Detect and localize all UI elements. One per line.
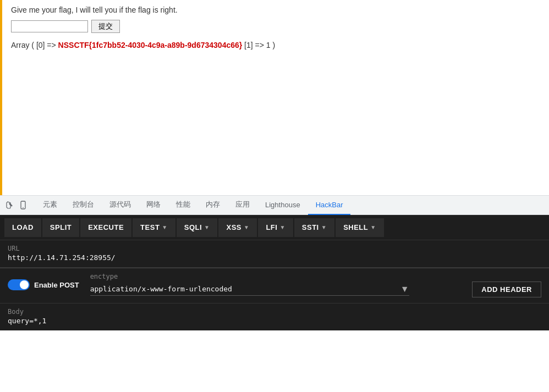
hackbar-body-section: Body query=*,1 [0, 303, 549, 330]
tab-console[interactable]: 控制台 [65, 195, 102, 215]
lfi-arrow-icon: ▼ [279, 224, 285, 230]
enctype-select-wrapper[interactable]: application/x-www-form-urlencoded ▼ [90, 283, 409, 296]
svg-point-1 [23, 207, 24, 208]
tab-lighthouse[interactable]: Lighthouse [257, 195, 308, 215]
test-arrow-icon: ▼ [162, 224, 167, 230]
devtools-icon-mobile[interactable] [18, 200, 29, 211]
tab-memory[interactable]: 内存 [198, 195, 228, 215]
shell-arrow-icon: ▼ [370, 224, 376, 230]
body-value[interactable]: query=*,1 [8, 317, 541, 325]
tab-elements[interactable]: 元素 [35, 195, 65, 215]
hackbar-xss-button[interactable]: XSS ▼ [218, 218, 257, 237]
hackbar-toolbar: LOAD SPLIT EXECUTE TEST ▼ SQLI ▼ XSS ▼ L… [0, 215, 549, 240]
hackbar-load-button[interactable]: LOAD [4, 218, 41, 237]
devtools-tabbar: 元素 控制台 源代码 网络 性能 内存 应用 Lighthouse HackBa… [0, 195, 549, 215]
hackbar-post-section: Enable POST enctype application/x-www-fo… [0, 268, 549, 303]
page-content: Give me your flag, I will tell you if th… [0, 0, 549, 195]
tab-application[interactable]: 应用 [228, 195, 257, 215]
tab-network[interactable]: 网络 [139, 195, 168, 215]
xss-arrow-icon: ▼ [244, 224, 249, 230]
hackbar-split-button[interactable]: SPLIT [42, 218, 79, 237]
enctype-dropdown-icon[interactable]: ▼ [400, 284, 409, 294]
enctype-label: enctype [90, 273, 462, 280]
array-prefix: Array ( [0] => [11, 41, 58, 49]
hackbar-sqli-button[interactable]: SQLI ▼ [177, 218, 218, 237]
hackbar-shell-button[interactable]: SHELL ▼ [336, 218, 384, 237]
devtools-icon-inspect[interactable] [4, 200, 15, 211]
enable-post-toggle[interactable] [8, 279, 30, 290]
add-header-button[interactable]: ADD HEADER [472, 281, 541, 297]
array-output: Array ( [0] => NSSCTF{1fc7bb52-4030-4c9a… [11, 41, 540, 49]
hackbar-test-button[interactable]: TEST ▼ [133, 218, 175, 237]
flag-value: NSSCTF{1fc7bb52-4030-4c9a-a89b-9d6734304… [58, 41, 243, 49]
hackbar-execute-button[interactable]: EXECUTE [80, 218, 131, 237]
enable-post-label: Enable POST [34, 281, 79, 289]
tab-sources[interactable]: 源代码 [102, 195, 139, 215]
array-suffix: [1] => 1 ) [242, 41, 275, 49]
ssti-arrow-icon: ▼ [321, 224, 327, 230]
sqli-arrow-icon: ▼ [204, 224, 210, 230]
url-label: URL [8, 245, 541, 252]
body-label: Body [8, 308, 541, 316]
hackbar-ssti-button[interactable]: SSTI ▼ [294, 218, 334, 237]
devtools-tabs: 元素 控制台 源代码 网络 性能 内存 应用 Lighthouse HackBa… [35, 195, 350, 215]
flag-form: 提交 [11, 20, 540, 33]
instruction-text: Give me your flag, I will tell you if th… [11, 5, 540, 14]
tab-hackbar[interactable]: HackBar [308, 195, 351, 215]
devtools-icons [4, 200, 29, 211]
enctype-value: application/x-www-form-urlencoded [90, 283, 400, 295]
url-value[interactable]: http://1.14.71.254:28955/ [8, 253, 541, 262]
hackbar-lfi-button[interactable]: LFI ▼ [258, 218, 293, 237]
enable-post-group: Enable POST [8, 279, 79, 290]
submit-button[interactable]: 提交 [91, 20, 120, 33]
tab-performance[interactable]: 性能 [168, 195, 198, 215]
hackbar-url-section: URL http://1.14.71.254:28955/ [0, 240, 549, 268]
enctype-group: enctype application/x-www-form-urlencode… [90, 273, 462, 296]
flag-input[interactable] [11, 20, 88, 32]
